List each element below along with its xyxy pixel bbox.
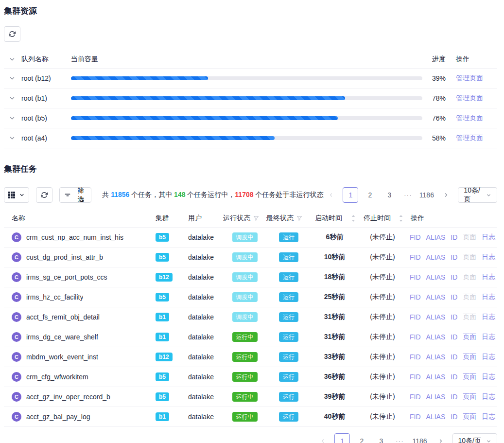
run-status-badge: 运行中 [232,412,258,422]
id-link[interactable]: ID [451,333,457,341]
id-link[interactable]: ID [451,393,457,401]
next-page-button[interactable] [433,433,449,443]
final-status-badge: 运行 [279,332,298,342]
page-link[interactable]: 页面 [463,333,476,341]
log-link[interactable]: 日志 [482,313,495,321]
page-ellipsis[interactable]: ··· [401,191,415,199]
id-link[interactable]: ID [451,253,457,261]
fid-link[interactable]: FID [410,273,421,281]
start-time: 18秒前 [311,273,358,282]
capacity-progress-bar [71,116,422,120]
id-link[interactable]: ID [451,233,457,241]
run-status-badge: 调度中 [232,292,258,302]
id-link[interactable]: ID [451,353,457,361]
capacity-progress-fill [71,116,338,120]
chevron-down-icon[interactable] [9,115,16,122]
sorter-icon[interactable] [399,215,403,222]
page-link[interactable]: 页面 [463,412,476,421]
page-link[interactable]: 页面 [463,353,476,361]
alias-link[interactable]: ALIAS [426,373,446,381]
filter-funnel-icon[interactable] [296,215,302,221]
page-button-2[interactable]: 2 [354,433,369,443]
sorter-icon[interactable] [351,215,355,222]
page-ellipsis[interactable]: ··· [393,437,406,443]
cluster-dashboard: 集群资源 队列名称 当前 [0,0,504,443]
manage-page-link[interactable]: 管理页面 [456,114,483,122]
filter-funnel-icon[interactable] [253,215,259,221]
page-button-1[interactable]: 1 [334,433,350,443]
task-name: acct_gz_bal_pay_log [26,413,90,421]
log-link[interactable]: 日志 [482,333,495,341]
run-status-badge: 运行中 [232,352,258,362]
chevron-right-icon [438,438,444,443]
alias-link[interactable]: ALIAS [426,393,446,401]
page-link[interactable]: 页面 [463,392,476,401]
chevron-down-icon[interactable] [9,135,16,142]
alias-link[interactable]: ALIAS [426,233,446,241]
prev-page-button[interactable] [323,187,339,203]
prev-page-button[interactable] [315,433,330,443]
fid-link[interactable]: FID [410,313,421,321]
fid-link[interactable]: FID [410,233,421,241]
next-page-button[interactable] [438,187,454,203]
chevron-down-icon[interactable] [9,56,16,63]
log-link[interactable]: 日志 [482,273,495,282]
column-settings-button[interactable] [4,187,29,203]
log-link[interactable]: 日志 [482,412,495,421]
fid-link[interactable]: FID [410,353,421,361]
running-task-count: 148 [174,191,185,198]
page-button-last[interactable]: 1186 [410,433,429,443]
id-link[interactable]: ID [451,273,457,281]
log-link[interactable]: 日志 [482,253,495,262]
fid-link[interactable]: FID [410,293,421,301]
alias-link[interactable]: ALIAS [426,313,446,321]
fid-link[interactable]: FID [410,333,421,341]
manage-page-link[interactable]: 管理页面 [456,134,483,142]
task-avatar: C [12,232,21,242]
page-link[interactable]: 页面 [463,372,476,381]
chevron-down-icon[interactable] [9,95,16,102]
run-status-badge: 调度中 [232,272,258,282]
id-link[interactable]: ID [451,313,457,321]
log-link[interactable]: 日志 [482,293,495,301]
page-size-select[interactable]: 10条/页 [452,433,497,443]
fid-link[interactable]: FID [410,373,421,381]
alias-link[interactable]: ALIAS [426,293,446,301]
id-link[interactable]: ID [451,373,457,381]
alias-link[interactable]: ALIAS [426,413,446,421]
id-link[interactable]: ID [451,413,457,421]
fid-link[interactable]: FID [410,393,421,401]
page-link[interactable]: 页面 [463,253,476,262]
alias-link[interactable]: ALIAS [426,253,446,261]
page-button-2[interactable]: 2 [362,187,378,203]
page-button-last[interactable]: 1186 [418,187,434,203]
operations-header: 操作 [407,214,497,223]
page-size-select[interactable]: 10条/页 [458,187,497,203]
task-user: datalake [188,373,223,381]
log-link[interactable]: 日志 [482,372,495,381]
page-button-3[interactable]: 3 [382,187,397,203]
page-button-3[interactable]: 3 [373,433,389,443]
filter-button[interactable]: 筛选 [59,187,91,203]
manage-page-link[interactable]: 管理页面 [456,74,483,82]
alias-link[interactable]: ALIAS [426,273,446,281]
queue-row: root (b12) 39% 管理页面 [4,69,497,89]
resources-refresh-button[interactable] [4,26,20,42]
page-link[interactable]: 页面 [463,273,476,282]
page-link[interactable]: 页面 [463,293,476,301]
alias-link[interactable]: ALIAS [426,353,446,361]
page-button-1[interactable]: 1 [343,187,358,203]
log-link[interactable]: 日志 [482,392,495,401]
chevron-down-icon[interactable] [9,75,16,82]
log-link[interactable]: 日志 [482,353,495,361]
fid-link[interactable]: FID [410,253,421,261]
id-link[interactable]: ID [451,293,457,301]
page-link[interactable]: 页面 [463,313,476,321]
alias-link[interactable]: ALIAS [426,333,446,341]
manage-page-link[interactable]: 管理页面 [456,94,483,102]
page-link[interactable]: 页面 [463,233,476,242]
tasks-refresh-button[interactable] [36,187,52,203]
cluster-tag: b5 [156,253,169,262]
fid-link[interactable]: FID [410,413,421,421]
log-link[interactable]: 日志 [482,233,495,242]
